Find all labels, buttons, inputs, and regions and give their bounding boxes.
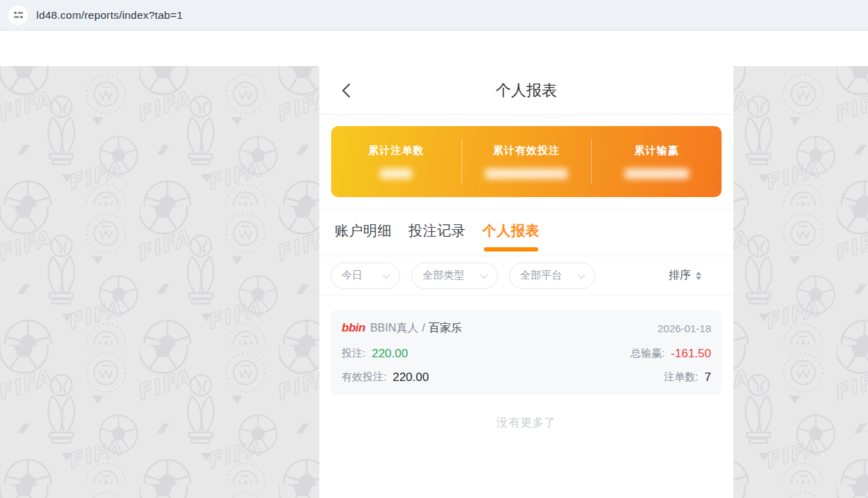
summary-label: 累计有效投注 (493, 144, 560, 157)
filter-type-dropdown[interactable]: 全部类型 (411, 263, 498, 289)
chevron-down-icon (480, 270, 487, 278)
tab-bet-records[interactable]: 投注记录 (409, 221, 466, 256)
record-list: bbin BBIN真人 / 百家乐 2026-01-18 投注: 220.00 … (319, 295, 733, 430)
masked-value (485, 169, 568, 179)
sort-button[interactable]: 排序 (669, 268, 701, 283)
record-separator: / (422, 322, 425, 334)
screen: ld48.com/reports/index?tab=1 (0, 0, 868, 498)
filter-date-label: 今日 (342, 269, 363, 282)
chevron-down-icon (382, 270, 390, 278)
record-game: 百家乐 (429, 321, 462, 336)
filter-platform-dropdown[interactable]: 全部平台 (509, 263, 595, 289)
filter-type-label: 全部类型 (422, 269, 464, 282)
chevron-down-icon (577, 270, 585, 278)
bet-count-label: 注单数: (664, 371, 698, 384)
valid-bet-label: 有效投注: (342, 371, 386, 384)
no-more-text: 没有更多了 (331, 416, 722, 430)
filter-row: 今日 全部类型 全部平台 排序 (319, 256, 733, 295)
tab-bar: 账户明细 投注记录 个人报表 (319, 210, 733, 256)
masked-value (380, 169, 412, 179)
sort-label: 排序 (669, 268, 691, 283)
url-text[interactable]: ld48.com/reports/index?tab=1 (36, 9, 183, 22)
app-header: 个人报表 (319, 66, 733, 115)
summary-valid-bets: 累计有效投注 (462, 144, 592, 179)
site-settings-icon[interactable] (8, 6, 28, 25)
tab-account-details[interactable]: 账户明细 (335, 221, 392, 256)
winloss-value: -161.50 (671, 347, 711, 361)
summary-label: 累计输赢 (634, 144, 679, 157)
browser-url-bar[interactable]: ld48.com/reports/index?tab=1 (0, 0, 868, 31)
page-title: 个人报表 (496, 80, 557, 101)
winloss-label: 总输赢: (630, 347, 664, 360)
masked-value (625, 169, 689, 179)
bet-value: 220.00 (372, 347, 408, 361)
filter-date-dropdown[interactable]: 今日 (330, 263, 400, 289)
record-card[interactable]: bbin BBIN真人 / 百家乐 2026-01-18 投注: 220.00 … (331, 310, 722, 395)
record-provider: BBIN真人 (370, 321, 418, 336)
summary-bet-count: 累计注单数 (331, 144, 462, 179)
bet-count-value: 7 (705, 371, 711, 384)
app-column: 个人报表 累计注单数 累计有效投注 累计输赢 账户明细 投注记录 个人报表 (319, 66, 733, 498)
sort-icon (696, 272, 701, 280)
back-chevron-icon (341, 83, 351, 98)
bbin-logo: bbin (342, 321, 365, 335)
record-date: 2026-01-18 (657, 322, 711, 334)
valid-bet-value: 220.00 (393, 371, 429, 384)
tab-personal-report[interactable]: 个人报表 (482, 221, 540, 256)
back-button[interactable] (341, 83, 351, 98)
filter-platform-label: 全部平台 (520, 269, 562, 282)
summary-label: 累计注单数 (368, 144, 424, 157)
summary-winloss: 累计输赢 (591, 144, 722, 179)
bet-label: 投注: (342, 347, 365, 360)
summary-banner: 累计注单数 累计有效投注 累计输赢 (331, 126, 722, 197)
